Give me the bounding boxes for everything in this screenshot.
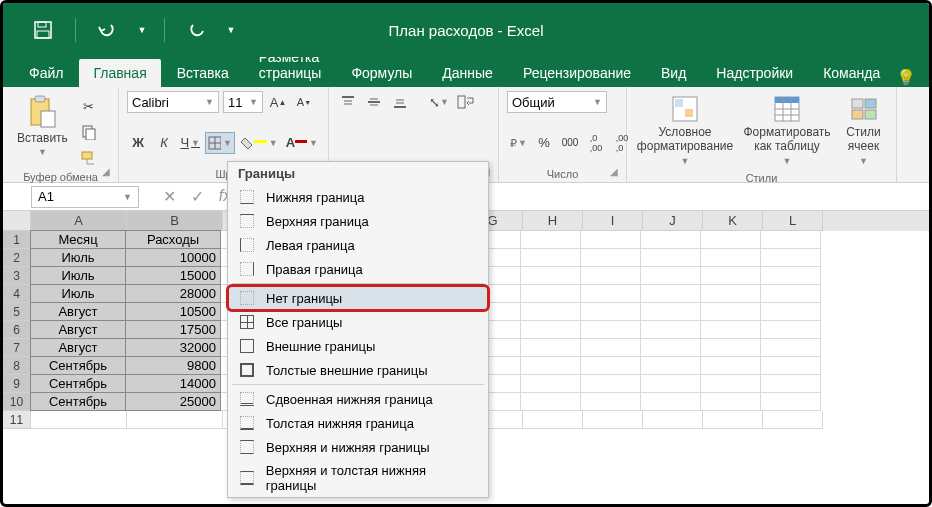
cell-A10[interactable]: Сентябрь (30, 392, 126, 411)
cell-J1[interactable] (641, 231, 701, 249)
cell-H1[interactable] (521, 231, 581, 249)
row-header-5[interactable]: 5 (3, 303, 31, 321)
cell-I3[interactable] (581, 267, 641, 285)
underline-button[interactable]: Ч▼ (179, 132, 201, 154)
borders-button[interactable]: ▼ (205, 132, 235, 154)
cell-H7[interactable] (521, 339, 581, 357)
cell-J2[interactable] (641, 249, 701, 267)
clipboard-dialog-launcher[interactable]: ◢ (102, 166, 116, 180)
cell-K6[interactable] (701, 321, 761, 339)
col-header-I[interactable]: I (583, 211, 643, 231)
number-format-select[interactable]: Общий▼ (507, 91, 607, 113)
accounting-button[interactable]: ₽▼ (507, 132, 529, 154)
wrap-text-button[interactable] (455, 91, 477, 113)
cell-I1[interactable] (581, 231, 641, 249)
tab-file[interactable]: Файл (15, 59, 77, 87)
italic-button[interactable]: К (153, 132, 175, 154)
cell-H9[interactable] (521, 375, 581, 393)
percent-button[interactable]: % (533, 132, 555, 154)
cell-H5[interactable] (521, 303, 581, 321)
cell-I7[interactable] (581, 339, 641, 357)
border-thick-outside[interactable]: Толстые внешние границы (228, 358, 488, 382)
font-name-select[interactable]: Calibri▼ (127, 91, 219, 113)
border-none[interactable]: Нет границы (228, 286, 488, 310)
cell-I11[interactable] (583, 411, 643, 429)
cell-A6[interactable]: Август (30, 320, 126, 339)
font-size-select[interactable]: 11▼ (223, 91, 263, 113)
cell-B3[interactable]: 15000 (125, 266, 221, 285)
cell-J8[interactable] (641, 357, 701, 375)
cell-A2[interactable]: Июль (30, 248, 126, 267)
tab-home[interactable]: Главная (79, 59, 160, 87)
row-header-2[interactable]: 2 (3, 249, 31, 267)
tab-insert[interactable]: Вставка (163, 59, 243, 87)
cell-B8[interactable]: 9800 (125, 356, 221, 375)
align-middle-button[interactable] (363, 91, 385, 113)
cell-L7[interactable] (761, 339, 821, 357)
undo-dropdown[interactable]: ▼ (134, 12, 150, 48)
cell-K11[interactable] (703, 411, 763, 429)
cell-K8[interactable] (701, 357, 761, 375)
cell-I9[interactable] (581, 375, 641, 393)
format-painter-button[interactable] (78, 147, 100, 169)
cell-K3[interactable] (701, 267, 761, 285)
cell-L6[interactable] (761, 321, 821, 339)
conditional-formatting-button[interactable]: Условное форматирование▼ (635, 91, 735, 170)
border-double-bottom[interactable]: Сдвоенная нижняя граница (228, 387, 488, 411)
font-color-button[interactable]: A▼ (284, 132, 320, 154)
cell-L3[interactable] (761, 267, 821, 285)
cell-A5[interactable]: Август (30, 302, 126, 321)
tab-addins[interactable]: Надстройки (702, 59, 807, 87)
row-header-9[interactable]: 9 (3, 375, 31, 393)
cell-B1[interactable]: Расходы (125, 230, 221, 249)
orientation-button[interactable]: ⤡▼ (427, 91, 451, 113)
row-header-4[interactable]: 4 (3, 285, 31, 303)
col-header-K[interactable]: K (703, 211, 763, 231)
copy-button[interactable] (78, 121, 100, 143)
cell-J10[interactable] (641, 393, 701, 411)
col-header-H[interactable]: H (523, 211, 583, 231)
select-all-corner[interactable] (3, 211, 31, 231)
cell-K1[interactable] (701, 231, 761, 249)
cell-L10[interactable] (761, 393, 821, 411)
cell-styles-button[interactable]: Стили ячеек▼ (839, 91, 888, 170)
border-top-bottom[interactable]: Верхняя и нижняя границы (228, 435, 488, 459)
cell-I2[interactable] (581, 249, 641, 267)
cell-J7[interactable] (641, 339, 701, 357)
cell-K2[interactable] (701, 249, 761, 267)
paste-button[interactable]: Вставить ▼ (11, 91, 74, 169)
fill-color-button[interactable]: ▼ (239, 132, 280, 154)
cell-I10[interactable] (581, 393, 641, 411)
tell-me-icon[interactable]: 💡 (896, 68, 916, 87)
border-bottom[interactable]: Нижняя граница (228, 185, 488, 209)
cell-I8[interactable] (581, 357, 641, 375)
cell-I6[interactable] (581, 321, 641, 339)
enter-button[interactable]: ✓ (187, 187, 207, 206)
cell-K9[interactable] (701, 375, 761, 393)
tab-formulas[interactable]: Формулы (337, 59, 426, 87)
cell-L4[interactable] (761, 285, 821, 303)
cell-A4[interactable]: Июль (30, 284, 126, 303)
cell-J4[interactable] (641, 285, 701, 303)
col-header-J[interactable]: J (643, 211, 703, 231)
cell-K7[interactable] (701, 339, 761, 357)
cell-A11[interactable] (31, 411, 127, 429)
tab-review[interactable]: Рецензирование (509, 59, 645, 87)
row-header-1[interactable]: 1 (3, 231, 31, 249)
border-all[interactable]: Все границы (228, 310, 488, 334)
cell-H11[interactable] (523, 411, 583, 429)
cut-button[interactable]: ✂ (78, 95, 100, 117)
cell-B7[interactable]: 32000 (125, 338, 221, 357)
bold-button[interactable]: Ж (127, 132, 149, 154)
cell-H8[interactable] (521, 357, 581, 375)
cell-L9[interactable] (761, 375, 821, 393)
cell-B4[interactable]: 28000 (125, 284, 221, 303)
qat-customize[interactable]: ▼ (223, 12, 239, 48)
row-header-10[interactable]: 10 (3, 393, 31, 411)
undo-button[interactable] (90, 12, 126, 48)
comma-button[interactable]: 000 (559, 132, 581, 154)
cell-L2[interactable] (761, 249, 821, 267)
cell-J11[interactable] (643, 411, 703, 429)
name-box[interactable]: A1▼ (31, 186, 139, 208)
row-header-7[interactable]: 7 (3, 339, 31, 357)
